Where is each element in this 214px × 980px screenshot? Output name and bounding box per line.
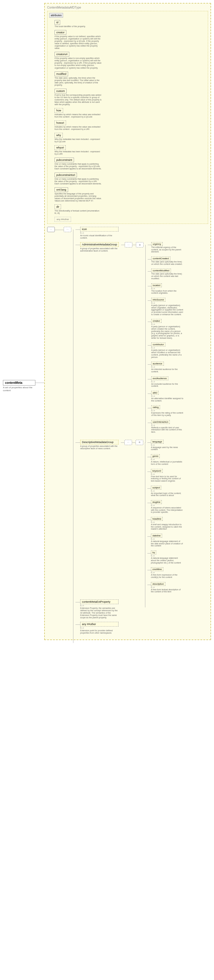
cardinality: 0..∞ bbox=[80, 605, 118, 606]
leaf-language: language bbox=[151, 440, 164, 444]
sequence-connector: ⋯ bbox=[125, 440, 132, 445]
connector bbox=[55, 230, 64, 230]
children-container: ⋯ ⋯ icon0..∞An iconic visual identificat… bbox=[47, 227, 208, 637]
leaf-row: genre0..∞A nature, intellectual or journ… bbox=[147, 454, 183, 467]
attributes-header: attributes bbox=[49, 13, 63, 18]
attr-why: whyWhy the metadata has been included - … bbox=[54, 133, 102, 143]
leaf-creator: creator bbox=[151, 319, 161, 323]
cardinality: 0..∞ bbox=[151, 380, 184, 383]
leaf-row: keyword0..∞Free-text term to be used for… bbox=[147, 469, 183, 484]
attr-name: how bbox=[54, 108, 63, 113]
attributes-box: attributes idThe local identifier of the… bbox=[47, 11, 208, 224]
cardinality: 0..∞ bbox=[151, 347, 184, 349]
leaf-desc: A party (person or organisation) which c… bbox=[151, 326, 184, 339]
subgroup: ⋯⊕language0..∞A language used by the new… bbox=[121, 440, 183, 597]
cardinality: 0..∞ bbox=[151, 490, 183, 492]
attr-pubconstrainturi: pubconstrainturiOne or many constraints … bbox=[54, 173, 102, 185]
attr-name: whyuri bbox=[54, 145, 66, 150]
leaf-desc: The date (and optionally the time) on wh… bbox=[151, 261, 184, 265]
leaf-row: altId0..∞An alternative identifier assig… bbox=[148, 391, 184, 404]
attr-desc: The directionality of textual content (e… bbox=[54, 210, 102, 215]
attr-name: pubconstraint bbox=[54, 158, 74, 162]
leaf-userInteraction: userInteraction bbox=[151, 420, 170, 424]
leaf-row: infoSource0..∞A party (person or organis… bbox=[148, 298, 184, 317]
leaf-dateline: dateline bbox=[151, 534, 162, 538]
type-container: ContentMetadataAfDType attributes idThe … bbox=[44, 3, 211, 640]
cardinality: 0..∞ bbox=[151, 458, 183, 460]
cardinality: 0..∞ bbox=[151, 288, 184, 290]
attr-any-other: any ##other bbox=[54, 217, 71, 222]
leaf-desc: A nature, intellectual or journalistic f… bbox=[151, 461, 183, 465]
child-row: AdministrativeMetadataGroupA group of pr… bbox=[75, 242, 208, 437]
connector bbox=[35, 383, 44, 383]
leaf-desc: The location from which the content orig… bbox=[151, 290, 184, 294]
cardinality: 0..∞ bbox=[151, 521, 183, 523]
leaf-contentModified: contentModified bbox=[151, 269, 171, 272]
attr-desc: If set to true the corresponding propert… bbox=[54, 94, 102, 106]
leaf-desc: The editorial urgency of the content, as… bbox=[151, 246, 184, 253]
leaf-infoSource: infoSource bbox=[151, 298, 165, 302]
sequence-connector: ⋯ bbox=[125, 242, 133, 247]
attr-desc: If the property value is not defined, sp… bbox=[54, 35, 102, 49]
child-desc: A group of properties associated with th… bbox=[80, 445, 118, 450]
cardinality: 0..∞ bbox=[80, 627, 118, 629]
leaf-desc: Expresses the rating of the content of t… bbox=[151, 412, 184, 416]
leaf-exclAudience: exclAudience bbox=[151, 377, 168, 380]
leaf-row: headline0..∞A brief and snappy introduct… bbox=[147, 517, 183, 532]
attr-dir: dirThe directionality of textual content… bbox=[54, 204, 102, 215]
attr-name: why bbox=[54, 133, 63, 138]
leaf-description: description bbox=[151, 582, 165, 586]
leaf-desc: An alternative identifier assigned to th… bbox=[151, 397, 184, 402]
attr-desc: The local identifier of the property. bbox=[54, 25, 102, 28]
attr-name: howuri bbox=[54, 121, 66, 125]
leaf-desc: A language used by the news content bbox=[151, 446, 183, 451]
attr-creator: creatorIf the property value is not defi… bbox=[54, 30, 102, 49]
leaf-contributor: contributor bbox=[151, 342, 165, 347]
attr-custom: customIf set to true the corresponding p… bbox=[54, 89, 102, 106]
attr-name: custom bbox=[54, 89, 67, 93]
leaf-row: contentModifiedThe date (and optionally … bbox=[148, 269, 184, 281]
cardinality: 0..∞ bbox=[151, 586, 183, 588]
leaf-desc: A natural-language statement of the date… bbox=[151, 540, 183, 547]
attr-desc: Specifies the language of this property … bbox=[54, 192, 102, 202]
leaf-located: located bbox=[151, 283, 162, 287]
attr-name: creatoruri bbox=[54, 52, 69, 57]
element-anyother: any ##other bbox=[80, 622, 118, 627]
attr-desc: Indicates by which means the value was e… bbox=[54, 113, 102, 118]
leaf-contentCreated: contentCreated bbox=[151, 256, 170, 260]
leaf-row: userInteraction0..∞Reflects a specific k… bbox=[148, 420, 184, 435]
cardinality: 0..∞ bbox=[151, 323, 184, 325]
diagram-root: contentMeta A set of properties about th… bbox=[3, 3, 211, 640]
attr-name: dir bbox=[54, 204, 61, 209]
leaf-desc: The date (and optionally the time) on wh… bbox=[151, 273, 184, 280]
child-desc: An iconic visual identification of the c… bbox=[80, 234, 118, 239]
choice-connector: ⊕ bbox=[136, 440, 143, 445]
leaf-genre: genre bbox=[151, 454, 160, 458]
leaf-rating: rating bbox=[151, 405, 160, 409]
leaf-row: located0..∞The location from which the c… bbox=[148, 283, 184, 296]
leaf-row: dateline0..∞A natural-language statement… bbox=[147, 534, 183, 549]
leaf-desc: A sequence of tokens associated with the… bbox=[151, 507, 183, 514]
child-desc: Extension Property; the semantics are de… bbox=[80, 607, 118, 619]
attr-creatoruri: creatoruriIf the property value is non-e… bbox=[54, 52, 102, 69]
attr-desc: Why the metadata has been included - exp… bbox=[54, 151, 102, 155]
cardinality: 0..∞ bbox=[151, 409, 184, 412]
attr-name: xml:lang bbox=[54, 187, 68, 192]
root-node: contentMeta A set of properties about th… bbox=[3, 380, 35, 392]
cardinality: 0..∞ bbox=[151, 366, 184, 368]
leaf-desc: A free-form expression of the credit(s) … bbox=[151, 574, 183, 578]
cardinality: 0..∞ bbox=[151, 504, 183, 506]
leaf-audience: audience bbox=[151, 362, 164, 366]
leaf-row: subject0..∞An important topic of the con… bbox=[147, 486, 183, 498]
cardinality: 0..∞ bbox=[151, 571, 183, 574]
attr-name: creator bbox=[54, 30, 66, 35]
cardinality: 0..∞ bbox=[151, 444, 183, 446]
leaf-desc: An excluded audience for the content. bbox=[151, 383, 184, 387]
attr-pubconstraint: pubconstraintOne or many constraints tha… bbox=[54, 158, 102, 170]
child-row: icon0..∞An iconic visual identification … bbox=[75, 227, 208, 239]
leaf-subject: subject bbox=[151, 486, 161, 490]
child-row: contentMetaExtProperty0..∞Extension Prop… bbox=[75, 600, 208, 619]
attr-name: id bbox=[54, 20, 60, 25]
element-contentMetaExtProperty: contentMetaExtProperty bbox=[80, 600, 118, 604]
group-AdministrativeMetadataGroup: AdministrativeMetadataGroup bbox=[80, 242, 119, 247]
